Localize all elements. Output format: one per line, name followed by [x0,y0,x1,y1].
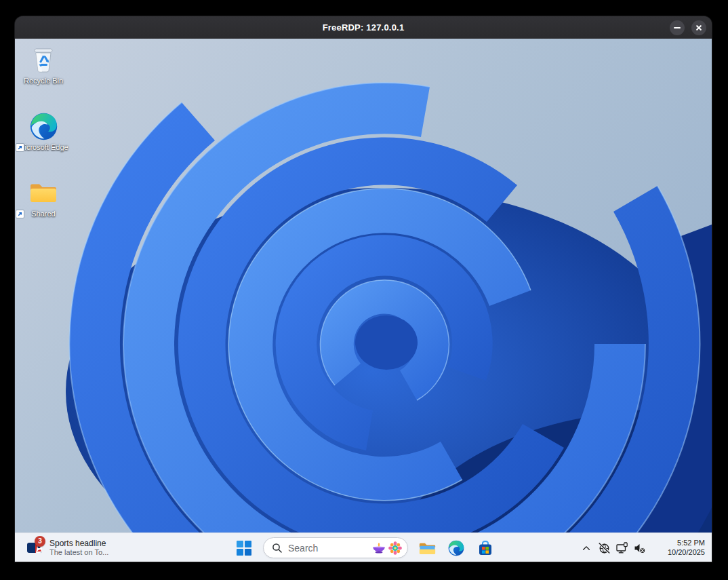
search-input[interactable] [288,543,371,554]
remote-desktop-viewport[interactable]: Recycle Bin [15,39,712,533]
desktop-icon-label: Microsoft Edge [18,143,68,152]
tray-network-button[interactable] [595,539,613,558]
clock-time: 5:52 PM [652,539,705,548]
edge-icon [28,111,59,142]
taskbar: 3 Sports headline The latest on To... [15,533,712,562]
windows-logo-icon [237,541,251,556]
file-explorer-icon [418,541,437,556]
shortcut-arrow-icon [16,143,24,152]
tray-display-button[interactable] [613,539,630,558]
system-tray: 5:52 PM 10/20/2025 [578,533,712,562]
edge-taskbar-button[interactable] [446,538,466,558]
screen: FreeRDP: 127.0.0.1 [0,0,728,580]
clock-date: 10/20/2025 [652,548,705,558]
remote-display-icon [615,541,629,555]
shortcut-arrow-icon [16,210,24,218]
desktop-icon-shared-folder[interactable]: Shared [15,177,72,218]
volume-muted-icon [633,542,646,554]
widget-subtext: The latest on To... [49,548,108,557]
desktop-icon-label: Shared [31,210,55,218]
close-button[interactable] [691,20,706,35]
file-explorer-button[interactable] [417,538,437,558]
widget-headline: Sports headline [49,539,108,548]
taskbar-clock[interactable]: 5:52 PM 10/20/2025 [652,539,705,557]
desktop-icon-recycle-bin[interactable]: Recycle Bin [15,44,72,85]
diya-lamp-icon [371,542,386,554]
search-icon [272,543,283,554]
freerdp-window: FreeRDP: 127.0.0.1 [15,16,712,562]
desktop-wallpaper [15,39,712,533]
window-controls [670,16,706,39]
notification-badge: 3 [35,536,45,547]
minimize-icon [674,27,681,28]
microsoft-store-button[interactable] [475,538,496,558]
network-offline-icon [597,541,611,555]
minimize-button[interactable] [670,20,685,35]
widgets-button[interactable]: 3 Sports headline The latest on To... [22,536,114,560]
window-title: FreeRDP: 127.0.0.1 [323,22,405,33]
rangoli-flower-icon [388,541,402,555]
tray-volume-button[interactable] [630,539,648,558]
start-button[interactable] [234,538,254,558]
edge-icon [447,539,465,557]
microsoft-store-icon [477,539,494,557]
desktop-icon-microsoft-edge[interactable]: Microsoft Edge [15,111,72,152]
folder-icon [28,180,58,206]
recycle-bin-icon [28,44,59,75]
window-titlebar[interactable]: FreeRDP: 127.0.0.1 [15,16,712,39]
desktop-icon-label: Recycle Bin [24,77,63,85]
taskbar-search[interactable] [263,537,408,558]
tray-chevron-up-button[interactable] [578,539,595,558]
chevron-up-icon [582,544,591,552]
